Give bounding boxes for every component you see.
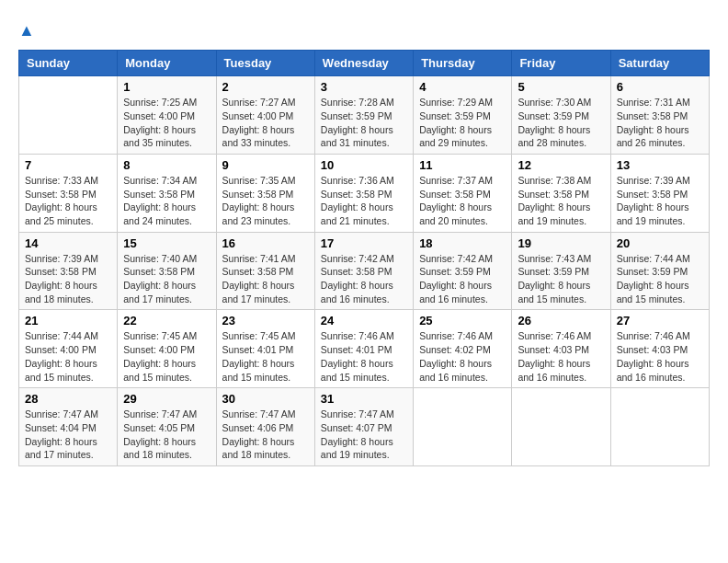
day-info: Sunrise: 7:46 AMSunset: 4:03 PMDaylight:… (518, 329, 604, 384)
calendar-cell: 1Sunrise: 7:25 AMSunset: 4:00 PMDaylight… (118, 76, 216, 155)
calendar-cell: 7Sunrise: 7:33 AMSunset: 3:58 PMDaylight… (19, 154, 118, 232)
calendar-cell: 27Sunrise: 7:46 AMSunset: 4:03 PMDayligh… (610, 310, 709, 388)
day-number: 8 (123, 158, 210, 172)
day-number: 10 (321, 158, 407, 172)
day-info: Sunrise: 7:41 AMSunset: 3:58 PMDaylight:… (222, 252, 309, 306)
calendar-cell: 12Sunrise: 7:38 AMSunset: 3:58 PMDayligh… (512, 154, 610, 232)
day-info: Sunrise: 7:47 AMSunset: 4:06 PMDaylight:… (222, 408, 309, 462)
day-number: 12 (518, 158, 604, 172)
weekday-header-thursday: Thursday (414, 51, 512, 76)
day-number: 20 (617, 236, 703, 250)
logo-icon-shape: ▲ (18, 21, 35, 40)
day-number: 11 (419, 158, 506, 172)
calendar-cell: 24Sunrise: 7:46 AMSunset: 4:01 PMDayligh… (314, 310, 413, 388)
day-info: Sunrise: 7:25 AMSunset: 4:00 PMDaylight:… (123, 96, 210, 150)
day-number: 17 (321, 236, 407, 250)
day-number: 28 (25, 392, 111, 406)
day-info: Sunrise: 7:42 AMSunset: 3:59 PMDaylight:… (419, 252, 506, 306)
calendar-cell: 14Sunrise: 7:39 AMSunset: 3:58 PMDayligh… (19, 232, 118, 310)
calendar-cell: 21Sunrise: 7:44 AMSunset: 4:00 PMDayligh… (19, 310, 118, 388)
calendar-cell (414, 388, 512, 466)
day-info: Sunrise: 7:47 AMSunset: 4:04 PMDaylight:… (25, 408, 111, 462)
day-info: Sunrise: 7:47 AMSunset: 4:07 PMDaylight:… (321, 408, 407, 462)
calendar-cell: 18Sunrise: 7:42 AMSunset: 3:59 PMDayligh… (414, 232, 512, 310)
day-info: Sunrise: 7:27 AMSunset: 4:00 PMDaylight:… (222, 96, 309, 150)
day-number: 5 (518, 80, 604, 94)
calendar-cell (610, 388, 709, 466)
calendar-table: SundayMondayTuesdayWednesdayThursdayFrid… (18, 50, 710, 466)
day-number: 31 (321, 392, 407, 406)
day-info: Sunrise: 7:40 AMSunset: 3:58 PMDaylight:… (123, 252, 210, 306)
day-number: 24 (321, 314, 407, 327)
calendar-cell: 8Sunrise: 7:34 AMSunset: 3:58 PMDaylight… (118, 154, 216, 232)
calendar-cell: 30Sunrise: 7:47 AMSunset: 4:06 PMDayligh… (216, 388, 314, 466)
calendar-cell: 10Sunrise: 7:36 AMSunset: 3:58 PMDayligh… (314, 154, 413, 232)
day-info: Sunrise: 7:30 AMSunset: 3:59 PMDaylight:… (518, 96, 604, 150)
calendar-cell: 2Sunrise: 7:27 AMSunset: 4:00 PMDaylight… (216, 76, 314, 155)
day-info: Sunrise: 7:37 AMSunset: 3:58 PMDaylight:… (419, 174, 506, 228)
day-number: 30 (222, 392, 309, 406)
calendar-cell: 13Sunrise: 7:39 AMSunset: 3:58 PMDayligh… (610, 154, 709, 232)
calendar-cell: 19Sunrise: 7:43 AMSunset: 3:59 PMDayligh… (512, 232, 610, 310)
calendar-cell: 25Sunrise: 7:46 AMSunset: 4:02 PMDayligh… (414, 310, 512, 388)
day-number: 25 (419, 314, 506, 327)
day-number: 14 (25, 236, 111, 250)
day-info: Sunrise: 7:42 AMSunset: 3:58 PMDaylight:… (321, 252, 407, 306)
day-info: Sunrise: 7:46 AMSunset: 4:01 PMDaylight:… (321, 329, 407, 384)
day-number: 18 (419, 236, 506, 250)
day-info: Sunrise: 7:47 AMSunset: 4:05 PMDaylight:… (123, 408, 210, 462)
day-info: Sunrise: 7:31 AMSunset: 3:58 PMDaylight:… (617, 96, 703, 150)
day-number: 22 (123, 314, 210, 327)
day-info: Sunrise: 7:34 AMSunset: 3:58 PMDaylight:… (123, 174, 210, 228)
logo: ▲ (18, 18, 35, 40)
day-info: Sunrise: 7:44 AMSunset: 4:00 PMDaylight:… (25, 329, 111, 384)
page-header: ▲ (18, 18, 710, 40)
day-info: Sunrise: 7:38 AMSunset: 3:58 PMDaylight:… (518, 174, 604, 228)
calendar-cell: 5Sunrise: 7:30 AMSunset: 3:59 PMDaylight… (512, 76, 610, 155)
weekday-header-friday: Friday (512, 51, 610, 76)
day-number: 23 (222, 314, 309, 327)
day-number: 6 (617, 80, 703, 94)
calendar-cell: 31Sunrise: 7:47 AMSunset: 4:07 PMDayligh… (314, 388, 413, 466)
calendar-cell: 15Sunrise: 7:40 AMSunset: 3:58 PMDayligh… (118, 232, 216, 310)
calendar-cell: 16Sunrise: 7:41 AMSunset: 3:58 PMDayligh… (216, 232, 314, 310)
day-number: 1 (123, 80, 210, 94)
day-number: 4 (419, 80, 506, 94)
day-info: Sunrise: 7:36 AMSunset: 3:58 PMDaylight:… (321, 174, 407, 228)
calendar-cell: 26Sunrise: 7:46 AMSunset: 4:03 PMDayligh… (512, 310, 610, 388)
day-number: 7 (25, 158, 111, 172)
calendar-cell: 23Sunrise: 7:45 AMSunset: 4:01 PMDayligh… (216, 310, 314, 388)
calendar-cell: 28Sunrise: 7:47 AMSunset: 4:04 PMDayligh… (19, 388, 118, 466)
day-number: 9 (222, 158, 309, 172)
day-info: Sunrise: 7:46 AMSunset: 4:03 PMDaylight:… (617, 329, 703, 384)
weekday-header-wednesday: Wednesday (314, 51, 413, 76)
day-info: Sunrise: 7:44 AMSunset: 3:59 PMDaylight:… (617, 252, 703, 306)
day-info: Sunrise: 7:29 AMSunset: 3:59 PMDaylight:… (419, 96, 506, 150)
calendar-cell: 29Sunrise: 7:47 AMSunset: 4:05 PMDayligh… (118, 388, 216, 466)
day-number: 2 (222, 80, 309, 94)
calendar-cell: 17Sunrise: 7:42 AMSunset: 3:58 PMDayligh… (314, 232, 413, 310)
day-info: Sunrise: 7:28 AMSunset: 3:59 PMDaylight:… (321, 96, 407, 150)
day-number: 21 (25, 314, 111, 327)
day-info: Sunrise: 7:33 AMSunset: 3:58 PMDaylight:… (25, 174, 111, 228)
day-number: 19 (518, 236, 604, 250)
day-info: Sunrise: 7:39 AMSunset: 3:58 PMDaylight:… (617, 174, 703, 228)
calendar-cell (19, 76, 118, 155)
day-number: 26 (518, 314, 604, 327)
weekday-header-tuesday: Tuesday (216, 51, 314, 76)
calendar-cell: 6Sunrise: 7:31 AMSunset: 3:58 PMDaylight… (610, 76, 709, 155)
calendar-cell (512, 388, 610, 466)
day-number: 15 (123, 236, 210, 250)
calendar-cell: 22Sunrise: 7:45 AMSunset: 4:00 PMDayligh… (118, 310, 216, 388)
calendar-cell: 11Sunrise: 7:37 AMSunset: 3:58 PMDayligh… (414, 154, 512, 232)
calendar-cell: 9Sunrise: 7:35 AMSunset: 3:58 PMDaylight… (216, 154, 314, 232)
day-info: Sunrise: 7:39 AMSunset: 3:58 PMDaylight:… (25, 252, 111, 306)
calendar-cell: 3Sunrise: 7:28 AMSunset: 3:59 PMDaylight… (314, 76, 413, 155)
day-number: 3 (321, 80, 407, 94)
day-info: Sunrise: 7:45 AMSunset: 4:00 PMDaylight:… (123, 329, 210, 384)
weekday-header-saturday: Saturday (610, 51, 709, 76)
day-info: Sunrise: 7:43 AMSunset: 3:59 PMDaylight:… (518, 252, 604, 306)
calendar-cell: 4Sunrise: 7:29 AMSunset: 3:59 PMDaylight… (414, 76, 512, 155)
day-info: Sunrise: 7:46 AMSunset: 4:02 PMDaylight:… (419, 329, 506, 384)
day-number: 27 (617, 314, 703, 327)
